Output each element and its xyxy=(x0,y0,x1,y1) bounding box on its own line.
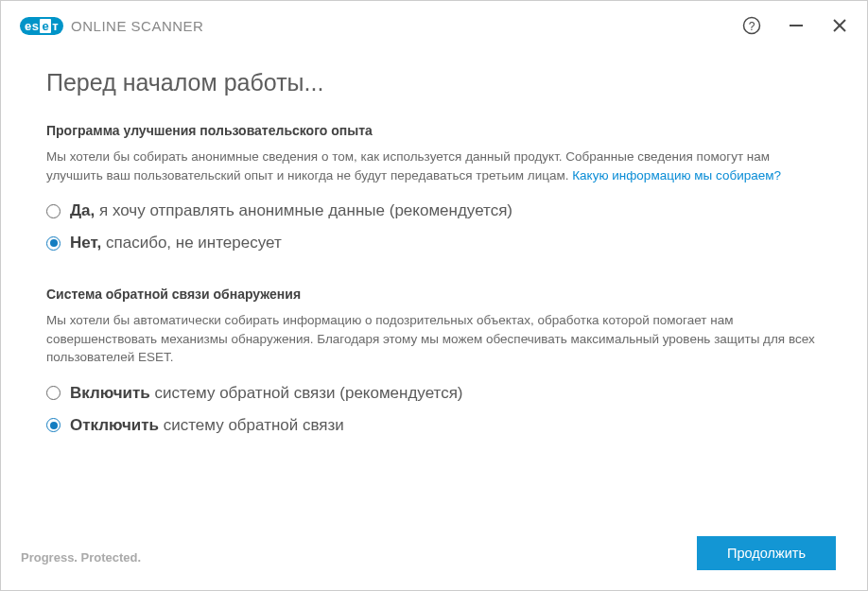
radio-label: Да, я хочу отправлять анонимные данные (… xyxy=(70,201,512,220)
brand-tagline: Progress. Protected. xyxy=(21,550,141,565)
radio-group-feedback: Включить систему обратной связи (рекомен… xyxy=(46,384,822,435)
radio-icon-selected xyxy=(46,236,61,251)
minimize-icon[interactable] xyxy=(788,17,805,34)
section-heading: Система обратной связи обнаружения xyxy=(46,287,822,302)
radio-label: Нет, спасибо, не интересует xyxy=(70,234,282,252)
page-title: Перед началом работы... xyxy=(46,69,822,96)
radio-option-enable[interactable]: Включить систему обратной связи (рекомен… xyxy=(46,384,822,403)
svg-text:?: ? xyxy=(749,20,755,33)
radio-option-no[interactable]: Нет, спасибо, не интересует xyxy=(46,234,822,252)
radio-group-anon-data: Да, я хочу отправлять анонимные данные (… xyxy=(46,201,822,252)
section-customer-experience: Программа улучшения пользовательского оп… xyxy=(46,123,822,252)
eset-logo: eseт xyxy=(20,17,63,35)
radio-icon-selected xyxy=(46,418,61,432)
radio-label: Включить систему обратной связи (рекомен… xyxy=(70,384,463,403)
radio-option-yes[interactable]: Да, я хочу отправлять анонимные данные (… xyxy=(46,201,822,220)
section-heading: Программа улучшения пользовательского оп… xyxy=(46,123,822,138)
section-description: Мы хотели бы автоматически собирать инфо… xyxy=(46,311,822,367)
titlebar: eseт ONLINE SCANNER ? xyxy=(1,1,867,46)
close-icon[interactable] xyxy=(831,17,848,34)
brand-area: eseт ONLINE SCANNER xyxy=(20,17,203,35)
radio-option-disable[interactable]: Отключить систему обратной связи xyxy=(46,416,822,435)
section-description: Мы хотели бы собирать анонимные сведения… xyxy=(46,148,822,184)
section-feedback-system: Система обратной связи обнаружения Мы хо… xyxy=(46,287,822,435)
footer: Progress. Protected. Продолжить xyxy=(0,523,868,591)
info-link[interactable]: Какую информацию мы собираем? xyxy=(572,168,781,183)
radio-icon xyxy=(46,386,61,400)
radio-label: Отключить систему обратной связи xyxy=(70,416,344,435)
help-icon[interactable]: ? xyxy=(742,16,761,35)
product-name: ONLINE SCANNER xyxy=(71,18,203,34)
continue-button[interactable]: Продолжить xyxy=(697,536,836,570)
main-content: Перед началом работы... Программа улучше… xyxy=(1,46,867,435)
window-controls: ? xyxy=(742,16,848,35)
radio-icon xyxy=(46,204,61,218)
